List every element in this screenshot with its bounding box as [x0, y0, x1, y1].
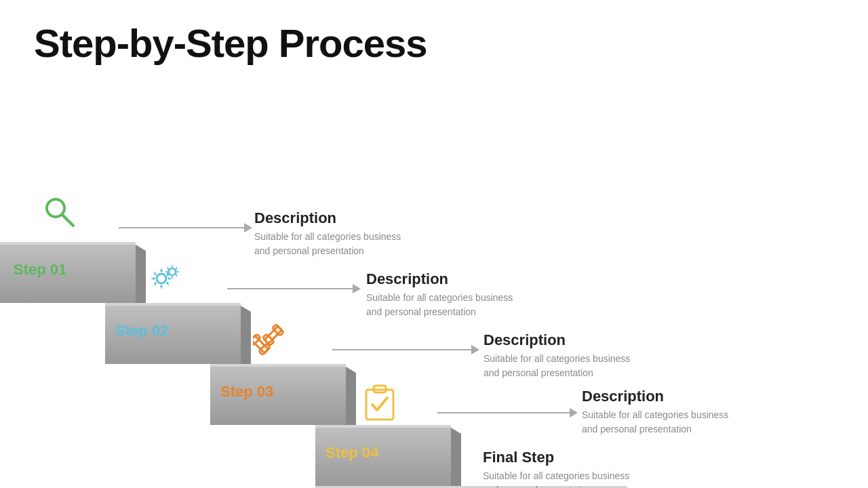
step-label-4: Step 04	[326, 444, 378, 462]
desc-subtitle-5: Suitable for all categories businessand …	[483, 469, 629, 488]
step-label-3: Step 03	[220, 383, 273, 401]
desc-box-2: Description Suitable for all categories …	[366, 270, 513, 319]
wrench-icon	[253, 323, 290, 361]
svg-line-1	[62, 215, 73, 226]
diagram-area: Step 01 Step 02 Step 03 Step 04	[0, 79, 868, 472]
search-icon	[42, 195, 77, 230]
svg-rect-5	[253, 334, 260, 346]
arrow-1	[119, 223, 254, 232]
desc-box-4: Description Suitable for all categories …	[582, 388, 728, 436]
svg-point-3	[169, 268, 176, 275]
desc-box-3: Description Suitable for all categories …	[484, 331, 630, 380]
desc-title-3: Description	[484, 331, 630, 349]
svg-point-2	[157, 274, 166, 283]
svg-rect-6	[259, 344, 271, 355]
desc-subtitle-2: Suitable for all categories businessand …	[366, 291, 513, 319]
desc-title-5: Final Step	[483, 449, 629, 466]
arrow-3	[332, 345, 481, 354]
arrow-2	[227, 284, 363, 293]
arrow-4	[437, 408, 580, 418]
step-label-1: Step 01	[14, 261, 66, 279]
gear-icon	[142, 261, 183, 296]
svg-rect-10	[366, 390, 393, 420]
desc-title-1: Description	[254, 209, 401, 227]
desc-title-2: Description	[366, 270, 513, 288]
desc-subtitle-4: Suitable for all categories businessand …	[582, 408, 728, 436]
page-title: Step-by-Step Process	[0, 0, 868, 79]
step-label-2: Step 02	[115, 322, 168, 340]
desc-box-5: Final Step Suitable for all categories b…	[483, 449, 629, 488]
desc-box-1: Description Suitable for all categories …	[254, 209, 401, 258]
desc-subtitle-1: Suitable for all categories businessand …	[254, 230, 401, 258]
desc-subtitle-3: Suitable for all categories businessand …	[484, 352, 630, 380]
clipboard-icon	[363, 384, 397, 422]
svg-rect-8	[272, 325, 283, 336]
desc-title-4: Description	[582, 388, 728, 405]
svg-rect-9	[262, 334, 274, 346]
